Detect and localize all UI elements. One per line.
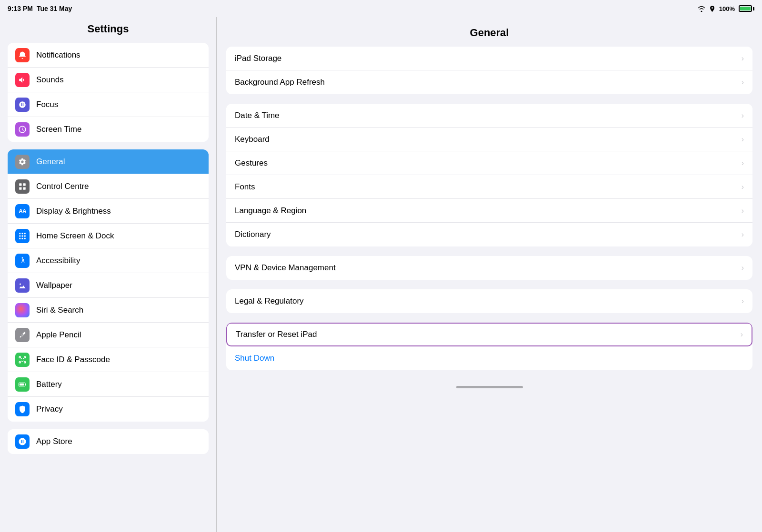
content-label-keyboard: Keyboard <box>235 135 742 144</box>
content-group-vpn: VPN & Device Management › <box>226 256 752 280</box>
privacy-icon <box>15 402 30 416</box>
home-indicator-area <box>217 380 762 394</box>
content-item-fonts[interactable]: Fonts › <box>226 175 752 199</box>
svg-rect-5 <box>22 233 23 234</box>
chevron-icon-transfer-reset: › <box>741 330 743 339</box>
svg-rect-8 <box>22 235 23 236</box>
chevron-icon-ipad-storage: › <box>742 54 744 63</box>
chevron-icon-legal: › <box>742 297 744 305</box>
svg-rect-9 <box>24 235 26 236</box>
sidebar: Settings Notifications Sounds Focus <box>0 17 217 532</box>
home-screen-icon <box>15 229 30 243</box>
content-label-dictionary: Dictionary <box>235 230 742 239</box>
sidebar-item-label-notifications: Notifications <box>36 50 201 60</box>
sidebar-item-label-face-id: Face ID & Passcode <box>36 355 201 365</box>
svg-rect-7 <box>19 235 20 236</box>
content-item-keyboard[interactable]: Keyboard › <box>226 128 752 151</box>
sidebar-item-label-app-store: App Store <box>36 437 201 446</box>
content-item-gestures[interactable]: Gestures › <box>226 151 752 175</box>
sidebar-item-display-brightness[interactable]: AA Display & Brightness <box>8 199 209 224</box>
chevron-icon-language-region: › <box>742 207 744 215</box>
content-item-language-region[interactable]: Language & Region › <box>226 199 752 223</box>
accessibility-icon <box>15 254 30 268</box>
content-group-storage: iPad Storage › Background App Refresh › <box>226 47 752 94</box>
content-item-transfer-reset[interactable]: Transfer or Reset iPad › <box>226 323 752 346</box>
content-label-shut-down: Shut Down <box>235 354 744 363</box>
battery-settings-icon <box>15 377 30 392</box>
sidebar-item-siri-search[interactable]: Siri & Search <box>8 298 209 323</box>
control-centre-icon <box>15 179 30 194</box>
battery-percent: 100% <box>719 5 735 12</box>
siri-icon <box>15 303 30 317</box>
wifi-icon <box>698 6 705 12</box>
chevron-icon-dictionary: › <box>742 230 744 239</box>
sidebar-item-sounds[interactable]: Sounds <box>8 68 209 92</box>
chevron-icon-keyboard: › <box>742 135 744 144</box>
sidebar-item-battery[interactable]: Battery <box>8 372 209 397</box>
sidebar-item-focus[interactable]: Focus <box>8 92 209 117</box>
content-item-shut-down[interactable]: Shut Down <box>226 346 752 370</box>
screen-time-icon <box>15 122 30 137</box>
sidebar-item-label-wallpaper: Wallpaper <box>36 281 201 290</box>
content-label-ipad-storage: iPad Storage <box>235 54 742 63</box>
chevron-icon-date-time: › <box>742 111 744 120</box>
content-item-vpn[interactable]: VPN & Device Management › <box>226 256 752 280</box>
sidebar-item-screen-time[interactable]: Screen Time <box>8 117 209 142</box>
chevron-icon-vpn: › <box>742 264 744 272</box>
sidebar-item-wallpaper[interactable]: Wallpaper <box>8 273 209 298</box>
svg-rect-0 <box>19 183 21 186</box>
content-item-background-refresh[interactable]: Background App Refresh › <box>226 70 752 94</box>
content-group-settings: Date & Time › Keyboard › Gestures › Font… <box>226 104 752 246</box>
svg-rect-11 <box>22 237 23 239</box>
general-icon <box>15 155 30 169</box>
svg-rect-12 <box>24 237 26 239</box>
sidebar-item-notifications[interactable]: Notifications <box>8 43 209 68</box>
content-item-dictionary[interactable]: Dictionary › <box>226 223 752 246</box>
content-header: General <box>217 27 762 47</box>
notifications-icon <box>15 48 30 62</box>
content-label-gestures: Gestures <box>235 158 742 168</box>
sidebar-item-apple-pencil[interactable]: Apple Pencil <box>8 323 209 347</box>
sidebar-item-home-screen[interactable]: Home Screen & Dock <box>8 224 209 248</box>
content-item-ipad-storage[interactable]: iPad Storage › <box>226 47 752 70</box>
sidebar-title: Settings <box>10 23 207 35</box>
display-brightness-icon: AA <box>15 204 30 218</box>
content-area: General iPad Storage › Background App Re… <box>217 17 762 532</box>
svg-rect-16 <box>24 356 26 358</box>
sidebar-item-app-store[interactable]: App Store <box>8 429 209 454</box>
svg-rect-2 <box>19 187 21 189</box>
battery-icon <box>739 5 754 12</box>
sidebar-item-control-centre[interactable]: Control Centre <box>8 174 209 199</box>
content-label-vpn: VPN & Device Management <box>235 263 742 273</box>
sidebar-item-accessibility[interactable]: Accessibility <box>8 248 209 273</box>
svg-rect-3 <box>23 187 26 189</box>
sidebar-item-label-apple-pencil: Apple Pencil <box>36 330 201 340</box>
svg-rect-15 <box>19 356 20 358</box>
content-label-language-region: Language & Region <box>235 206 742 216</box>
sidebar-item-face-id[interactable]: Face ID & Passcode <box>8 347 209 372</box>
sidebar-header: Settings <box>0 17 216 39</box>
app-store-icon <box>15 434 30 449</box>
svg-point-14 <box>20 283 21 285</box>
content-label-legal: Legal & Regulatory <box>235 296 742 306</box>
sounds-icon <box>15 73 30 87</box>
sidebar-item-general[interactable]: General <box>8 149 209 174</box>
location-icon <box>709 6 715 12</box>
date-display: Tue 31 May <box>37 5 72 12</box>
face-id-icon <box>15 353 30 367</box>
time-display: 9:13 PM <box>8 5 33 12</box>
svg-rect-22 <box>20 383 24 385</box>
apple-pencil-icon <box>15 328 30 342</box>
chevron-icon-background-refresh: › <box>742 78 744 87</box>
svg-rect-1 <box>23 183 26 186</box>
content-item-legal[interactable]: Legal & Regulatory › <box>226 289 752 313</box>
sidebar-item-privacy[interactable]: Privacy <box>8 397 209 422</box>
status-bar: 9:13 PM Tue 31 May 100% <box>0 0 762 17</box>
sidebar-item-label-accessibility: Accessibility <box>36 256 201 266</box>
content-label-fonts: Fonts <box>235 182 742 192</box>
svg-rect-18 <box>24 361 26 363</box>
status-bar-right: 100% <box>698 5 754 12</box>
content-item-date-time[interactable]: Date & Time › <box>226 104 752 128</box>
main-container: Settings Notifications Sounds Focus <box>0 17 762 532</box>
svg-rect-17 <box>19 361 20 363</box>
